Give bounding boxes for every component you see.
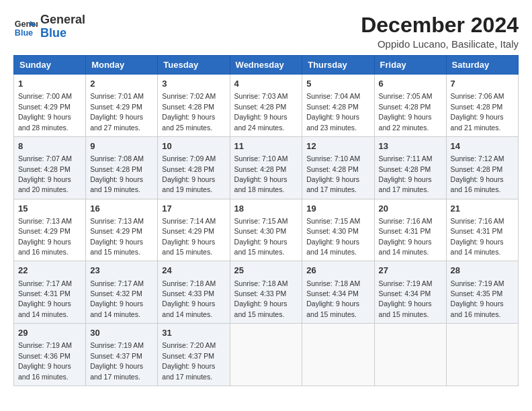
day-4: 4 Sunrise: 7:03 AMSunset: 4:28 PMDayligh… bbox=[230, 75, 302, 137]
day-18: 18 Sunrise: 7:15 AMSunset: 4:30 PMDaylig… bbox=[230, 199, 302, 261]
day-number: 29 bbox=[18, 327, 81, 339]
day-6: 6 Sunrise: 7:05 AMSunset: 4:28 PMDayligh… bbox=[374, 75, 446, 137]
day-number: 1 bbox=[18, 78, 81, 90]
col-friday: Friday bbox=[374, 56, 446, 75]
day-info: Sunrise: 7:17 AMSunset: 4:31 PMDaylight:… bbox=[18, 279, 72, 318]
day-number: 15 bbox=[18, 203, 81, 215]
month-title: December 2024 bbox=[361, 13, 519, 37]
day-8: 8 Sunrise: 7:07 AMSunset: 4:28 PMDayligh… bbox=[14, 136, 86, 199]
day-info: Sunrise: 7:01 AMSunset: 4:29 PMDaylight:… bbox=[90, 92, 144, 131]
col-wednesday: Wednesday bbox=[230, 56, 302, 75]
day-14: 14 Sunrise: 7:12 AMSunset: 4:28 PMDaylig… bbox=[446, 136, 518, 199]
logo-general-text: General bbox=[40, 13, 85, 26]
logo: General Blue General Blue bbox=[13, 13, 85, 40]
location-subtitle: Oppido Lucano, Basilicate, Italy bbox=[361, 38, 519, 50]
day-info: Sunrise: 7:03 AMSunset: 4:28 PMDaylight:… bbox=[234, 92, 288, 131]
day-number: 25 bbox=[234, 265, 298, 277]
day-2: 2 Sunrise: 7:01 AMSunset: 4:29 PMDayligh… bbox=[86, 75, 158, 137]
day-number: 31 bbox=[162, 327, 225, 339]
day-info: Sunrise: 7:13 AMSunset: 4:29 PMDaylight:… bbox=[18, 217, 72, 256]
day-info: Sunrise: 7:19 AMSunset: 4:36 PMDaylight:… bbox=[18, 341, 72, 380]
empty-cell bbox=[230, 324, 302, 386]
day-19: 19 Sunrise: 7:15 AMSunset: 4:30 PMDaylig… bbox=[302, 199, 374, 261]
day-number: 28 bbox=[451, 265, 514, 277]
day-13: 13 Sunrise: 7:11 AMSunset: 4:28 PMDaylig… bbox=[374, 136, 446, 199]
day-31: 31 Sunrise: 7:20 AMSunset: 4:37 PMDaylig… bbox=[158, 324, 230, 386]
day-info: Sunrise: 7:00 AMSunset: 4:29 PMDaylight:… bbox=[18, 92, 72, 131]
day-7: 7 Sunrise: 7:06 AMSunset: 4:28 PMDayligh… bbox=[446, 75, 518, 137]
header: General Blue General Blue December 2024 … bbox=[13, 13, 519, 50]
day-12: 12 Sunrise: 7:10 AMSunset: 4:28 PMDaylig… bbox=[302, 136, 374, 199]
day-number: 18 bbox=[234, 203, 298, 215]
day-number: 3 bbox=[162, 78, 225, 90]
title-block: December 2024 Oppido Lucano, Basilicate,… bbox=[361, 13, 519, 50]
empty-cell bbox=[302, 324, 374, 386]
day-number: 14 bbox=[451, 140, 514, 152]
col-tuesday: Tuesday bbox=[158, 56, 230, 75]
day-28: 28 Sunrise: 7:19 AMSunset: 4:35 PMDaylig… bbox=[446, 261, 518, 324]
day-number: 6 bbox=[379, 78, 442, 90]
day-info: Sunrise: 7:05 AMSunset: 4:28 PMDaylight:… bbox=[379, 92, 433, 131]
day-23: 23 Sunrise: 7:17 AMSunset: 4:32 PMDaylig… bbox=[86, 261, 158, 324]
day-info: Sunrise: 7:19 AMSunset: 4:35 PMDaylight:… bbox=[451, 279, 504, 318]
day-info: Sunrise: 7:09 AMSunset: 4:28 PMDaylight:… bbox=[162, 154, 216, 193]
day-number: 20 bbox=[379, 203, 442, 215]
day-info: Sunrise: 7:14 AMSunset: 4:29 PMDaylight:… bbox=[162, 217, 216, 256]
day-27: 27 Sunrise: 7:19 AMSunset: 4:34 PMDaylig… bbox=[374, 261, 446, 324]
col-saturday: Saturday bbox=[446, 56, 518, 75]
day-number: 7 bbox=[451, 78, 514, 90]
day-info: Sunrise: 7:06 AMSunset: 4:28 PMDaylight:… bbox=[451, 92, 504, 131]
day-number: 22 bbox=[18, 265, 81, 277]
col-thursday: Thursday bbox=[302, 56, 374, 75]
day-20: 20 Sunrise: 7:16 AMSunset: 4:31 PMDaylig… bbox=[374, 199, 446, 261]
day-number: 24 bbox=[162, 265, 225, 277]
day-number: 12 bbox=[306, 140, 369, 152]
day-number: 4 bbox=[234, 78, 298, 90]
day-number: 13 bbox=[379, 140, 442, 152]
logo-blue-text: Blue bbox=[40, 26, 66, 40]
empty-cell bbox=[446, 324, 518, 386]
day-info: Sunrise: 7:02 AMSunset: 4:28 PMDaylight:… bbox=[162, 92, 216, 131]
day-number: 23 bbox=[90, 265, 153, 277]
empty-cell bbox=[374, 324, 446, 386]
day-9: 9 Sunrise: 7:08 AMSunset: 4:28 PMDayligh… bbox=[86, 136, 158, 199]
day-1: 1 Sunrise: 7:00 AMSunset: 4:29 PMDayligh… bbox=[14, 75, 86, 137]
day-info: Sunrise: 7:12 AMSunset: 4:28 PMDaylight:… bbox=[451, 154, 504, 193]
day-info: Sunrise: 7:18 AMSunset: 4:33 PMDaylight:… bbox=[234, 279, 288, 318]
day-number: 16 bbox=[90, 203, 153, 215]
day-info: Sunrise: 7:18 AMSunset: 4:34 PMDaylight:… bbox=[306, 279, 360, 318]
day-25: 25 Sunrise: 7:18 AMSunset: 4:33 PMDaylig… bbox=[230, 261, 302, 324]
svg-text:Blue: Blue bbox=[15, 28, 33, 37]
day-number: 17 bbox=[162, 203, 225, 215]
day-info: Sunrise: 7:04 AMSunset: 4:28 PMDaylight:… bbox=[306, 92, 360, 131]
day-21: 21 Sunrise: 7:16 AMSunset: 4:31 PMDaylig… bbox=[446, 199, 518, 261]
day-16: 16 Sunrise: 7:13 AMSunset: 4:29 PMDaylig… bbox=[86, 199, 158, 261]
day-number: 5 bbox=[306, 78, 369, 90]
calendar-table: Sunday Monday Tuesday Wednesday Thursday… bbox=[13, 55, 519, 386]
day-info: Sunrise: 7:17 AMSunset: 4:32 PMDaylight:… bbox=[90, 279, 144, 318]
day-info: Sunrise: 7:07 AMSunset: 4:28 PMDaylight:… bbox=[18, 154, 72, 193]
col-monday: Monday bbox=[86, 56, 158, 75]
day-info: Sunrise: 7:16 AMSunset: 4:31 PMDaylight:… bbox=[451, 217, 504, 256]
day-number: 21 bbox=[451, 203, 514, 215]
day-11: 11 Sunrise: 7:10 AMSunset: 4:28 PMDaylig… bbox=[230, 136, 302, 199]
day-info: Sunrise: 7:10 AMSunset: 4:28 PMDaylight:… bbox=[234, 154, 288, 193]
col-sunday: Sunday bbox=[14, 56, 86, 75]
day-info: Sunrise: 7:20 AMSunset: 4:37 PMDaylight:… bbox=[162, 341, 216, 380]
day-number: 11 bbox=[234, 140, 298, 152]
day-number: 26 bbox=[306, 265, 369, 277]
day-15: 15 Sunrise: 7:13 AMSunset: 4:29 PMDaylig… bbox=[14, 199, 86, 261]
logo-icon: General Blue bbox=[13, 15, 38, 39]
day-number: 9 bbox=[90, 140, 153, 152]
day-5: 5 Sunrise: 7:04 AMSunset: 4:28 PMDayligh… bbox=[302, 75, 374, 137]
day-30: 30 Sunrise: 7:19 AMSunset: 4:37 PMDaylig… bbox=[86, 324, 158, 386]
day-26: 26 Sunrise: 7:18 AMSunset: 4:34 PMDaylig… bbox=[302, 261, 374, 324]
day-info: Sunrise: 7:11 AMSunset: 4:28 PMDaylight:… bbox=[379, 154, 433, 193]
day-number: 19 bbox=[306, 203, 369, 215]
day-22: 22 Sunrise: 7:17 AMSunset: 4:31 PMDaylig… bbox=[14, 261, 86, 324]
day-info: Sunrise: 7:18 AMSunset: 4:33 PMDaylight:… bbox=[162, 279, 216, 318]
day-3: 3 Sunrise: 7:02 AMSunset: 4:28 PMDayligh… bbox=[158, 75, 230, 137]
day-info: Sunrise: 7:13 AMSunset: 4:29 PMDaylight:… bbox=[90, 217, 144, 256]
calendar-body: 1 Sunrise: 7:00 AMSunset: 4:29 PMDayligh… bbox=[14, 75, 519, 386]
day-number: 10 bbox=[162, 140, 225, 152]
